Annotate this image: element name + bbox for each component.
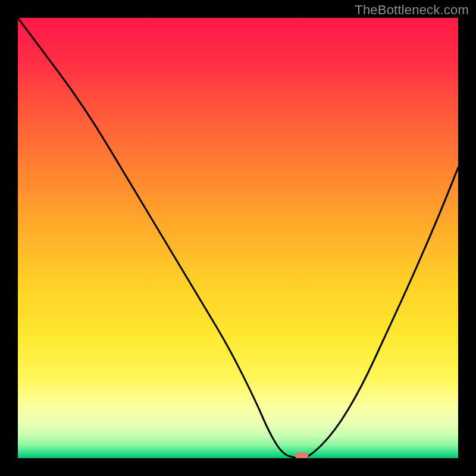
chart-frame: TheBottleneck.com xyxy=(0,0,476,476)
watermark-text: TheBottleneck.com xyxy=(355,2,469,18)
optimal-point-marker xyxy=(295,452,308,458)
plot-area xyxy=(18,18,458,458)
bottleneck-curve xyxy=(18,18,458,458)
